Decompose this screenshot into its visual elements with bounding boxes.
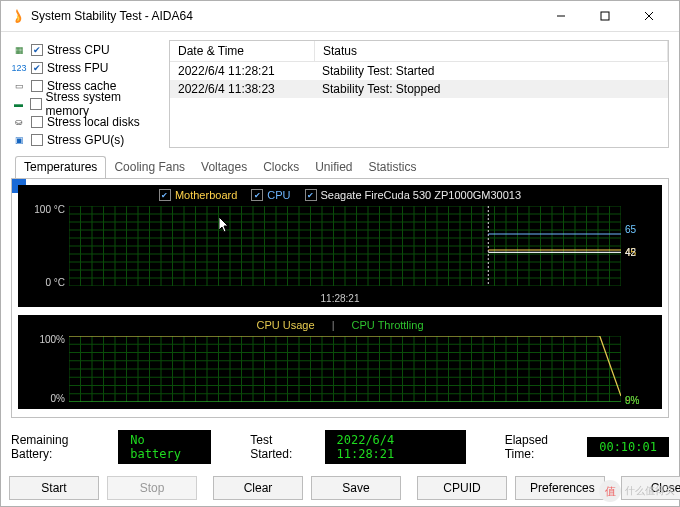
graph-panel: MotherboardCPUSeagate FireCuda 530 ZP100… xyxy=(11,178,669,418)
tab-temperatures[interactable]: Temperatures xyxy=(15,156,106,179)
svg-rect-1 xyxy=(601,12,609,20)
stress-item: ▦ Stress CPU xyxy=(11,42,161,58)
cpu-legend: CPU Usage | CPU Throttling xyxy=(19,316,661,334)
stress-checkbox[interactable] xyxy=(31,80,43,92)
series-value-label: 65 xyxy=(625,224,661,235)
elapsed-label: Elapsed Time: xyxy=(505,433,578,461)
legend-label: CPU Throttling xyxy=(352,319,424,331)
cache-icon: ▭ xyxy=(11,78,27,94)
cpu-y-top: 100% xyxy=(19,334,65,345)
temp-y-top: 100 °C xyxy=(19,204,65,215)
legend-item[interactable]: Motherboard xyxy=(159,189,237,201)
tab-strip: TemperaturesCooling FansVoltagesClocksUn… xyxy=(11,156,669,178)
log-cell-status: Stability Test: Stopped xyxy=(314,80,668,98)
window-title: System Stability Test - AIDA64 xyxy=(31,9,539,23)
stress-checkbox[interactable] xyxy=(31,116,43,128)
temp-y-bot: 0 °C xyxy=(19,277,65,288)
stress-label: Stress CPU xyxy=(47,43,110,57)
started-value: 2022/6/4 11:28:21 xyxy=(325,430,466,464)
disk-icon: ⛀ xyxy=(11,114,27,130)
start-button[interactable]: Start xyxy=(9,476,99,500)
log-cell-datetime: 2022/6/4 11:28:21 xyxy=(170,62,314,80)
started-label: Test Started: xyxy=(250,433,314,461)
log-cell-datetime: 2022/6/4 11:38:23 xyxy=(170,80,314,98)
stress-checkbox[interactable] xyxy=(31,134,43,146)
cpu-y-bot: 0% xyxy=(19,393,65,404)
close-dialog-button[interactable]: Close xyxy=(621,476,680,500)
tab-unified[interactable]: Unified xyxy=(307,157,360,179)
temperature-chart: MotherboardCPUSeagate FireCuda 530 ZP100… xyxy=(18,185,662,307)
content-area: ▦ Stress CPU123 Stress FPU▭ Stress cache… xyxy=(1,32,679,424)
stop-button[interactable]: Stop xyxy=(107,476,197,500)
temp-legend: MotherboardCPUSeagate FireCuda 530 ZP100… xyxy=(19,186,661,204)
fpu-icon: 123 xyxy=(11,60,27,76)
stress-label: Stress GPU(s) xyxy=(47,133,124,147)
legend-checkbox[interactable] xyxy=(251,189,263,201)
stress-label: Stress local disks xyxy=(47,115,140,129)
tab-cooling-fans[interactable]: Cooling Fans xyxy=(106,157,193,179)
elapsed-value: 00:10:01 xyxy=(587,437,669,457)
event-log: Date & Time Status 2022/6/4 11:28:21Stab… xyxy=(169,40,669,148)
legend-checkbox[interactable] xyxy=(159,189,171,201)
memory-icon: ▬ xyxy=(11,96,26,112)
cpu-plot[interactable] xyxy=(69,336,621,402)
log-col-datetime[interactable]: Date & Time xyxy=(170,41,315,61)
preferences-button[interactable]: Preferences xyxy=(515,476,605,500)
legend-label: CPU Usage xyxy=(257,319,315,331)
temp-plot[interactable] xyxy=(69,206,621,286)
tab-statistics[interactable]: Statistics xyxy=(361,157,425,179)
legend-label: CPU xyxy=(267,189,290,201)
minimize-button[interactable] xyxy=(539,1,583,31)
legend-item[interactable]: Seagate FireCuda 530 ZP1000GM30013 xyxy=(305,189,522,201)
status-bar: Remaining Battery: No battery Test Start… xyxy=(1,424,679,470)
save-button[interactable]: Save xyxy=(311,476,401,500)
temp-x-label: 11:28:21 xyxy=(19,293,661,304)
log-row[interactable]: 2022/6/4 11:28:21Stability Test: Started xyxy=(170,62,668,80)
cpu-chart: CPU Usage | CPU Throttling 100% 0% 9%0% xyxy=(18,315,662,409)
log-body: 2022/6/4 11:28:21Stability Test: Started… xyxy=(170,62,668,98)
battery-label: Remaining Battery: xyxy=(11,433,108,461)
stress-checkbox[interactable] xyxy=(31,62,43,74)
log-row[interactable]: 2022/6/4 11:38:23Stability Test: Stopped xyxy=(170,80,668,98)
series-value-label: 42 xyxy=(609,247,661,258)
battery-value: No battery xyxy=(118,430,211,464)
stress-item: 123 Stress FPU xyxy=(11,60,161,76)
legend-label: Seagate FireCuda 530 ZP1000GM30013 xyxy=(321,189,522,201)
log-cell-status: Stability Test: Started xyxy=(314,62,668,80)
log-header: Date & Time Status xyxy=(170,41,668,62)
stress-checkbox[interactable] xyxy=(30,98,41,110)
button-bar: Start Stop Clear Save CPUID Preferences … xyxy=(1,470,679,506)
stress-options: ▦ Stress CPU123 Stress FPU▭ Stress cache… xyxy=(11,40,161,148)
clear-button[interactable]: Clear xyxy=(213,476,303,500)
cpuid-button[interactable]: CPUID xyxy=(417,476,507,500)
stress-checkbox[interactable] xyxy=(31,44,43,56)
stress-item: ▬ Stress system memory xyxy=(11,96,161,112)
stress-item: ▣ Stress GPU(s) xyxy=(11,132,161,148)
log-col-status[interactable]: Status xyxy=(315,41,668,61)
tab-clocks[interactable]: Clocks xyxy=(255,157,307,179)
series-value-label: 0% xyxy=(607,395,661,406)
legend-label: Motherboard xyxy=(175,189,237,201)
stress-label: Stress FPU xyxy=(47,61,108,75)
titlebar: System Stability Test - AIDA64 xyxy=(1,1,679,32)
top-row: ▦ Stress CPU123 Stress FPU▭ Stress cache… xyxy=(11,40,669,148)
legend-checkbox[interactable] xyxy=(305,189,317,201)
cpu-chip-icon: ▦ xyxy=(11,42,27,58)
tab-voltages[interactable]: Voltages xyxy=(193,157,255,179)
stress-item: ⛀ Stress local disks xyxy=(11,114,161,130)
app-icon xyxy=(9,8,25,24)
gpu-icon: ▣ xyxy=(11,132,27,148)
app-window: System Stability Test - AIDA64 ▦ Stress … xyxy=(0,0,680,507)
close-button[interactable] xyxy=(627,1,671,31)
maximize-button[interactable] xyxy=(583,1,627,31)
legend-item[interactable]: CPU xyxy=(251,189,290,201)
